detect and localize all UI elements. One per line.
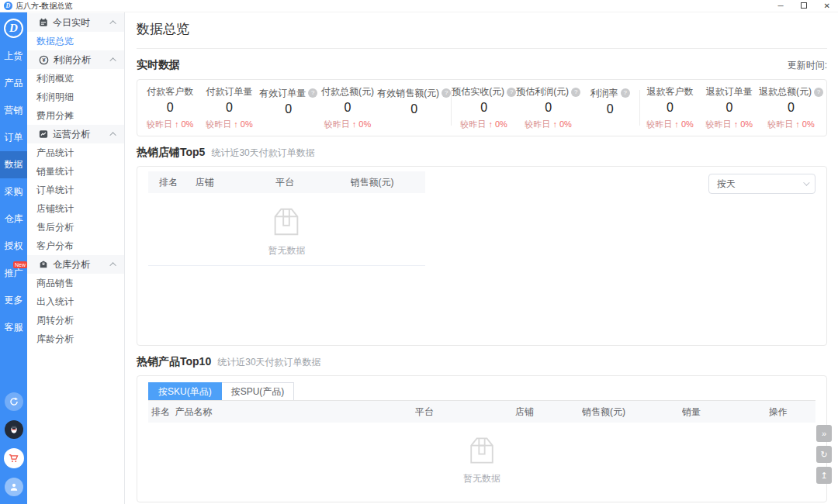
compare-label: 较昨日 xyxy=(324,119,352,129)
sidebar-group-利润分析[interactable]: ¥利润分析 xyxy=(27,50,124,69)
stat-label: 退款总额(元)? xyxy=(759,85,823,98)
sidebar-item-出入统计[interactable]: 出入统计 xyxy=(27,292,124,311)
stat-value: 0 xyxy=(140,101,199,115)
rail-item-推广[interactable]: 推广New xyxy=(0,260,27,287)
column-header-排名: 排名 xyxy=(148,406,175,419)
rail-item-label: 授权 xyxy=(5,240,23,253)
sidebar-group-仓库分析[interactable]: 仓库分析 xyxy=(27,255,124,274)
sidebar-item-店铺统计[interactable]: 店铺统计 xyxy=(27,199,124,218)
compare-up-value: ↑ 0% xyxy=(552,119,571,129)
compare-up-value: ↑ 0% xyxy=(234,119,252,129)
sidebar-item-产品统计[interactable]: 产品统计 xyxy=(27,143,124,162)
rail-item-label: 数据 xyxy=(5,158,23,171)
rail-item-label: 上货 xyxy=(5,50,23,63)
group-label: 利润分析 xyxy=(54,54,91,67)
top-products-title: 热销产品Top10 xyxy=(137,355,211,369)
stat-label: 退款订单量 xyxy=(700,85,759,98)
info-icon[interactable]: ? xyxy=(571,88,580,97)
sidebar-item-售后分析[interactable]: 售后分析 xyxy=(27,218,124,236)
stat-label-text: 利润率 xyxy=(590,87,618,100)
stat-有效销售额(元): 有效销售额(元)?0 xyxy=(377,87,451,129)
new-badge: New xyxy=(13,261,27,268)
empty-box-icon xyxy=(465,433,499,468)
rail-item-采购[interactable]: 采购 xyxy=(0,178,27,205)
chevron-up-icon xyxy=(109,262,116,268)
column-header-销量: 销量 xyxy=(682,406,769,419)
refresh-button[interactable]: ↻ xyxy=(816,446,832,463)
period-select[interactable]: 按天 xyxy=(708,174,815,194)
stat-预估利润(元): 预估利润(元)?0较昨日 ↑ 0% xyxy=(516,85,580,130)
empty-box-icon xyxy=(268,204,304,240)
stat-compare: 较昨日 ↑ 0% xyxy=(318,119,377,130)
rail-item-客服[interactable]: 客服 xyxy=(0,314,27,341)
stat-compare: 较昨日 ↑ 0% xyxy=(700,119,759,130)
product-tabs: 按SKU(单品)按SPU(产品) xyxy=(148,382,815,401)
top-shops-card: 排名店铺平台销售额(元) 暂无数据 按天 xyxy=(137,166,827,346)
stat-compare: 较昨日 ↑ 0% xyxy=(759,119,823,130)
column-header-店铺: 店铺 xyxy=(196,176,275,189)
column-header-排名: 排名 xyxy=(148,176,196,189)
qq-icon[interactable] xyxy=(5,420,23,439)
svg-text:¥: ¥ xyxy=(42,57,46,64)
tab-按SKU(单品)[interactable]: 按SKU(单品) xyxy=(148,382,222,400)
rail-item-数据[interactable]: 数据 xyxy=(0,151,27,178)
rail-item-label: 客服 xyxy=(5,321,23,334)
info-icon[interactable]: ? xyxy=(507,88,516,97)
update-time-label: 更新时间: xyxy=(788,59,827,72)
compare-up-value: ↑ 0% xyxy=(674,119,693,129)
sync-icon[interactable] xyxy=(5,392,23,411)
chevron-up-icon xyxy=(109,132,116,138)
floating-toolbar: »↻↥ xyxy=(816,425,832,484)
sidebar-item-订单统计[interactable]: 订单统计 xyxy=(27,181,124,199)
compare-label: 较昨日 xyxy=(460,119,488,129)
compare-label: 较昨日 xyxy=(147,119,175,129)
info-icon[interactable]: ? xyxy=(442,88,451,98)
column-header-销售额(元): 销售额(元) xyxy=(351,176,425,189)
sidebar-item-利润概览[interactable]: 利润概览 xyxy=(27,69,124,88)
rail-item-label: 仓库 xyxy=(5,212,23,226)
profile-icon[interactable] xyxy=(5,478,23,496)
collapse-right-button[interactable]: » xyxy=(816,425,832,442)
sidebar-item-数据总览[interactable]: 数据总览 xyxy=(27,32,124,50)
back-to-top-button[interactable]: ↥ xyxy=(816,467,832,484)
chevron-down-icon xyxy=(803,179,809,185)
info-icon[interactable]: ? xyxy=(308,88,317,98)
stat-label: 退款客户数 xyxy=(640,85,699,98)
minimize-button[interactable]: ─ xyxy=(778,2,784,10)
sidebar-item-利润明细[interactable]: 利润明细 xyxy=(27,88,124,106)
info-icon[interactable]: ? xyxy=(621,88,630,98)
tab-按SPU(产品)[interactable]: 按SPU(产品) xyxy=(222,382,295,400)
shops-empty-text: 暂无数据 xyxy=(268,244,305,257)
close-button[interactable]: ✕ xyxy=(824,2,830,10)
stat-label: 利润率? xyxy=(580,87,639,100)
rail-item-上货[interactable]: 上货 xyxy=(0,43,27,70)
sidebar-item-商品销售[interactable]: 商品销售 xyxy=(27,274,124,292)
column-header-操作: 操作 xyxy=(769,406,815,419)
maximize-icon xyxy=(801,2,807,9)
info-icon[interactable]: ? xyxy=(814,88,823,97)
sidebar-group-运营分析[interactable]: 运营分析 xyxy=(27,125,124,143)
stat-利润率: 利润率?0 xyxy=(580,87,639,129)
rail-item-更多[interactable]: 更多 xyxy=(0,287,27,314)
cart-icon[interactable] xyxy=(4,448,24,468)
stat-compare: 较昨日 ↑ 0% xyxy=(516,119,580,130)
warehouse-icon xyxy=(39,260,48,269)
rail-item-产品[interactable]: 产品 xyxy=(0,70,27,97)
app-logo-icon: D xyxy=(4,2,12,10)
sidebar-item-销量统计[interactable]: 销量统计 xyxy=(27,162,124,181)
rail-item-订单[interactable]: 订单 xyxy=(0,124,27,151)
rail-item-label: 营销 xyxy=(5,104,23,117)
products-table-header: 排名产品名称平台店铺销售额(元)销量操作 xyxy=(148,401,815,423)
sidebar-item-费用分摊[interactable]: 费用分摊 xyxy=(27,106,124,125)
rail-item-授权[interactable]: 授权 xyxy=(0,233,27,260)
stat-label: 付款总额(元) xyxy=(318,85,377,98)
sidebar-item-周转分析[interactable]: 周转分析 xyxy=(27,311,124,330)
stat-付款订单量: 付款订单量0较昨日 ↑ 0% xyxy=(199,85,258,130)
sidebar-item-客户分布[interactable]: 客户分布 xyxy=(27,236,124,255)
rail-item-营销[interactable]: 营销 xyxy=(0,97,27,124)
maximize-button[interactable] xyxy=(801,2,807,10)
rail-item-仓库[interactable]: 仓库 xyxy=(0,205,27,233)
sidebar-group-今日实时[interactable]: 今日实时 xyxy=(27,13,124,32)
compare-label: 较昨日 xyxy=(646,119,674,129)
sidebar-item-库龄分析[interactable]: 库龄分析 xyxy=(27,330,124,348)
